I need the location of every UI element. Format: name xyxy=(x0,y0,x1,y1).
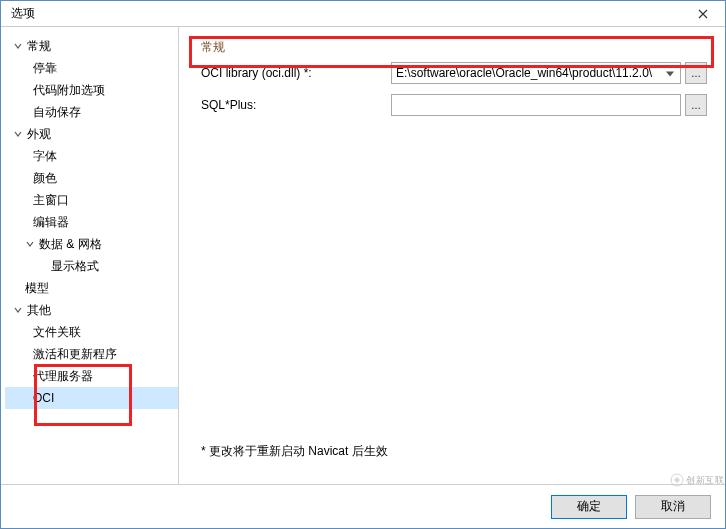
tree-item-oci[interactable]: OCI xyxy=(5,387,178,409)
tree-label: 模型 xyxy=(25,280,49,297)
tree-item-file-assoc[interactable]: 文件关联 xyxy=(5,321,178,343)
row-sqlplus: SQL*Plus: … xyxy=(201,94,707,116)
tree-label: 其他 xyxy=(27,302,51,319)
tree-label: OCI xyxy=(33,391,54,405)
ellipsis-icon: … xyxy=(691,68,701,79)
tree-item-autosave[interactable]: 自动保存 xyxy=(5,101,178,123)
dialog-body: 常规 停靠 代码附加选项 自动保存 外观 字体 颜色 主窗口 编辑器 xyxy=(1,27,725,484)
tree-label: 外观 xyxy=(27,126,51,143)
tree-item-activation[interactable]: 激活和更新程序 xyxy=(5,343,178,365)
restart-note: * 更改将于重新启动 Navicat 后生效 xyxy=(201,443,707,470)
oci-library-label: OCI library (oci.dll) *: xyxy=(201,66,391,80)
section-header: 常规 xyxy=(201,39,707,56)
sqlplus-input[interactable] xyxy=(391,94,681,116)
oci-library-browse-button[interactable]: … xyxy=(685,62,707,84)
tree-label: 停靠 xyxy=(33,60,57,77)
tree-label: 常规 xyxy=(27,38,51,55)
nav-tree: 常规 停靠 代码附加选项 自动保存 外观 字体 颜色 主窗口 编辑器 xyxy=(5,35,178,409)
tree-label: 代码附加选项 xyxy=(33,82,105,99)
oci-library-field: E:\software\oracle\Oracle_win64\product\… xyxy=(391,62,707,84)
titlebar: 选项 xyxy=(1,1,725,27)
sidebar: 常规 停靠 代码附加选项 自动保存 外观 字体 颜色 主窗口 编辑器 xyxy=(1,27,179,484)
tree-label: 文件关联 xyxy=(33,324,81,341)
tree-label: 自动保存 xyxy=(33,104,81,121)
oci-library-combo[interactable]: E:\software\oracle\Oracle_win64\product\… xyxy=(391,62,681,84)
tree-label: 主窗口 xyxy=(33,192,69,209)
ellipsis-icon: … xyxy=(691,100,701,111)
close-icon xyxy=(698,9,708,19)
tree-item-other[interactable]: 其他 xyxy=(5,299,178,321)
tree-item-editor[interactable]: 编辑器 xyxy=(5,211,178,233)
tree-item-code-addon[interactable]: 代码附加选项 xyxy=(5,79,178,101)
sqlplus-label: SQL*Plus: xyxy=(201,98,391,112)
tree-label: 颜色 xyxy=(33,170,57,187)
sqlplus-field: … xyxy=(391,94,707,116)
tree-item-data-grid[interactable]: 数据 & 网格 xyxy=(5,233,178,255)
tree-item-model[interactable]: 模型 xyxy=(5,277,178,299)
close-button[interactable] xyxy=(683,2,723,26)
tree-item-proxy[interactable]: 代理服务器 xyxy=(5,365,178,387)
chevron-down-icon xyxy=(11,127,25,141)
tree-item-display-format[interactable]: 显示格式 xyxy=(5,255,178,277)
ok-button[interactable]: 确定 xyxy=(551,495,627,519)
dialog-footer: 确定 取消 xyxy=(1,484,725,528)
tree-item-color[interactable]: 颜色 xyxy=(5,167,178,189)
chevron-down-icon xyxy=(23,237,37,251)
main-panel: 常规 OCI library (oci.dll) *: E:\software\… xyxy=(179,27,725,484)
tree-item-general[interactable]: 常规 xyxy=(5,35,178,57)
tree-item-appearance[interactable]: 外观 xyxy=(5,123,178,145)
row-oci-library: OCI library (oci.dll) *: E:\software\ora… xyxy=(201,62,707,84)
tree-item-docking[interactable]: 停靠 xyxy=(5,57,178,79)
cancel-button[interactable]: 取消 xyxy=(635,495,711,519)
tree-label: 显示格式 xyxy=(51,258,99,275)
window-title: 选项 xyxy=(11,5,35,22)
tree-label: 代理服务器 xyxy=(33,368,93,385)
tree-label: 数据 & 网格 xyxy=(39,236,102,253)
tree-item-font[interactable]: 字体 xyxy=(5,145,178,167)
tree-item-main-window[interactable]: 主窗口 xyxy=(5,189,178,211)
chevron-down-icon xyxy=(11,303,25,317)
tree-label: 激活和更新程序 xyxy=(33,346,117,363)
options-dialog: 选项 常规 停靠 代码附加选项 自动保存 xyxy=(0,0,726,529)
tree-label: 字体 xyxy=(33,148,57,165)
sqlplus-browse-button[interactable]: … xyxy=(685,94,707,116)
oci-library-value: E:\software\oracle\Oracle_win64\product\… xyxy=(396,66,652,80)
chevron-down-icon xyxy=(11,39,25,53)
tree-label: 编辑器 xyxy=(33,214,69,231)
